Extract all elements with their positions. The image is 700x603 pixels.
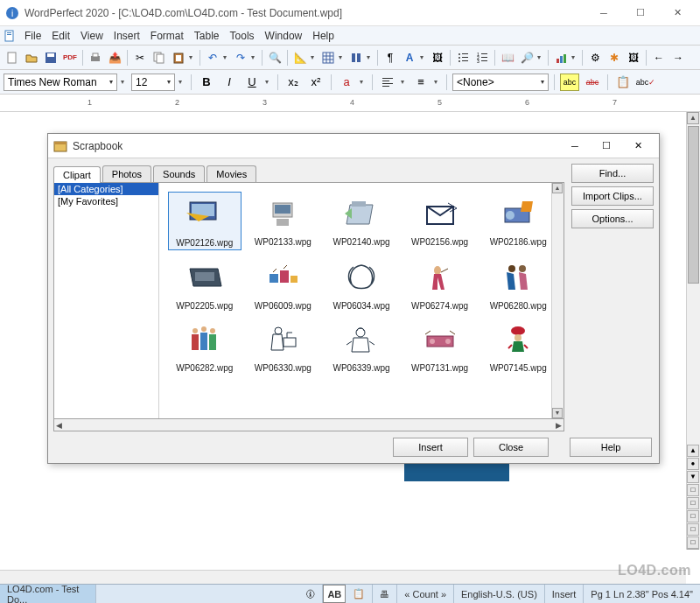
print-icon[interactable] [87,49,104,67]
fwd-icon[interactable]: → [669,49,687,67]
menu-insert[interactable]: Insert [108,28,145,44]
minimize-button[interactable]: ─ [586,3,621,24]
paste-icon[interactable] [170,49,187,67]
find-icon[interactable]: 🔍 [266,49,284,67]
options-button[interactable]: Options... [571,209,654,228]
align-left-button[interactable] [378,74,397,91]
dialog-minimize-button[interactable]: ─ [559,137,591,156]
pdf-icon[interactable]: PDF [61,49,79,67]
clipart-thumb[interactable]: WP02205.wpg [168,256,242,312]
clipart-thumb[interactable]: WP02126.wpg [168,192,242,250]
hscroll-right-icon[interactable]: ▶ [556,421,562,430]
undo-icon[interactable]: ↶ [204,49,221,67]
category-hscroll[interactable]: ◀ ▶ [53,419,564,431]
spellcheck-button[interactable]: abc✓ [636,74,655,91]
clipart-thumb[interactable]: WP06034.wpg [325,256,398,312]
styles-icon[interactable]: ¶ [382,49,399,67]
numbering-icon[interactable]: 123 [473,49,491,67]
scroll-thumb[interactable] [688,126,699,284]
redo-icon[interactable]: ↷ [232,49,249,67]
browse-icon[interactable]: ● [687,458,699,470]
back-icon[interactable]: ← [650,49,668,67]
save-icon[interactable] [42,49,60,67]
status-print-icon[interactable]: 🖶 [373,585,397,603]
category-favorites[interactable]: [My Favorites] [54,195,158,207]
textart-icon[interactable]: A [401,49,418,67]
status-count[interactable]: « Count » [397,585,454,603]
clipart-thumb[interactable]: WP02140.wpg [325,192,398,250]
tab-photos[interactable]: Photos [102,165,151,182]
dialog-maximize-button[interactable]: ☐ [591,137,622,156]
undo-dropdown[interactable]: ▾ [223,53,230,61]
menu-view[interactable]: View [75,28,108,44]
clipart-thumb[interactable]: WP06282.wpg [168,318,242,375]
nav-5-icon[interactable]: □ [687,536,699,549]
dialog-close-button[interactable]: ✕ [622,137,654,156]
clipart-thumb[interactable]: WP02133.wpg [247,192,320,250]
clipart-thumb[interactable]: WP07145.wpg [481,318,555,375]
close-dialog-button[interactable]: Close [473,438,549,457]
scroll-up-icon[interactable]: ▲ [687,112,699,124]
macro-icon[interactable]: ⚙ [586,49,604,67]
clipart-thumb[interactable]: WP07131.wpg [403,318,477,375]
copy-icon[interactable] [150,49,168,67]
font-color-button[interactable]: a [337,74,356,91]
underline-button[interactable]: U [242,74,262,91]
clipart-icon[interactable]: 🖼 [625,49,642,67]
autoformat-icon[interactable]: 📐 [291,49,309,67]
italic-button[interactable]: I [220,74,239,91]
menu-window[interactable]: Window [260,28,308,44]
status-icon-2[interactable]: 📋 [346,585,373,603]
menu-help[interactable]: Help [307,28,340,44]
cut-icon[interactable]: ✂ [131,49,149,67]
find-button[interactable]: Find... [571,164,654,183]
status-insert[interactable]: Insert [545,585,584,603]
hscroll-left-icon[interactable]: ◀ [56,421,62,430]
help-button[interactable]: Help [570,438,652,457]
menu-tools[interactable]: Tools [225,28,260,44]
horizontal-scrollbar[interactable] [0,570,686,584]
category-all[interactable]: [All Categories] [54,183,158,195]
tab-sounds[interactable]: Sounds [153,165,205,182]
subscript-button[interactable]: x₂ [284,74,303,91]
star-icon[interactable]: ✱ [606,49,623,67]
columns-icon[interactable] [347,49,365,67]
import-clips-button[interactable]: Import Clips... [571,186,654,206]
superscript-button[interactable]: x² [306,74,326,91]
font-combo[interactable]: Times New Roman [4,74,117,91]
thumb-scroll-up-icon[interactable]: ▲ [552,183,563,193]
maximize-button[interactable]: ☐ [623,3,658,24]
clipart-thumb[interactable]: WP02186.wpg [481,192,555,250]
zoom-icon[interactable]: 🔎 [518,49,536,67]
redo-dropdown[interactable]: ▾ [251,53,258,61]
grammar-icon[interactable]: 📖 [499,49,516,67]
thumb-scroll-down-icon[interactable]: ▼ [552,408,563,418]
menu-file[interactable]: File [19,28,46,44]
status-doc[interactable]: LO4D.com - Test Do... [0,585,96,603]
nav-1-icon[interactable]: □ [687,484,699,496]
image-icon[interactable]: 🖼 [429,49,446,67]
new-icon[interactable] [4,49,21,67]
clipart-thumb[interactable]: WP06280.wpg [481,256,555,312]
nav-2-icon[interactable]: □ [687,497,699,509]
status-ab[interactable]: AB [323,585,346,603]
clipart-thumb[interactable]: WP06274.wpg [403,256,477,312]
highlight-button[interactable]: abc [560,74,579,91]
size-combo[interactable]: 12 [131,74,175,91]
menu-edit[interactable]: Edit [46,28,75,44]
status-lang[interactable]: English-U.S. (US) [454,585,545,603]
insert-button[interactable]: Insert [393,438,468,457]
menu-table[interactable]: Table [189,28,225,44]
strikeout-button[interactable]: abc [583,74,602,91]
chart-icon[interactable] [552,49,570,67]
clipart-thumb[interactable]: WP06009.wpg [247,256,320,312]
clipart-thumb[interactable]: WP02156.wpg [403,192,477,250]
menu-format[interactable]: Format [145,28,189,44]
clipart-thumb[interactable]: WP06330.wpg [247,318,320,375]
nav-3-icon[interactable]: □ [687,510,699,522]
ruler[interactable]: 1 2 3 4 5 6 7 [0,95,700,112]
nav-4-icon[interactable]: □ [687,523,699,536]
prev-page-icon[interactable]: ▲ [687,445,699,457]
line-spacing-button[interactable]: ≡ [411,74,430,91]
publish-icon[interactable]: 📤 [106,49,123,67]
